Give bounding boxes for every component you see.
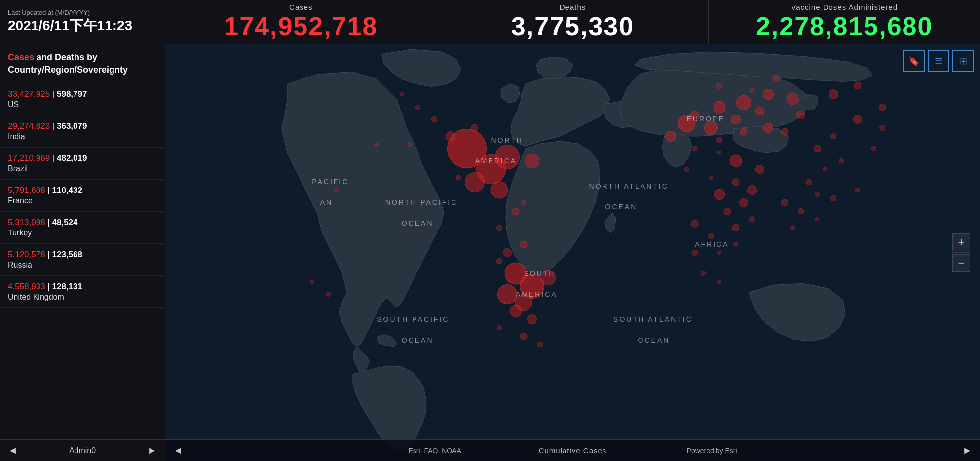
- last-updated-value: 2021/6/11下午11:23: [8, 16, 157, 35]
- item-cases: 4,558,933: [8, 282, 45, 291]
- map-powered-by: Powered by Esri: [687, 447, 737, 455]
- item-country: India: [8, 132, 157, 141]
- item-deaths: 48,524: [52, 218, 78, 227]
- vaccines-stat: Vaccine Doses Administered 2,278,815,680: [709, 0, 980, 44]
- vaccines-label: Vaccine Doses Administered: [791, 3, 898, 11]
- item-separator: |: [47, 218, 52, 227]
- header-bar: Last Updated at (M/D/YYYY) 2021/6/11下午11…: [0, 0, 980, 44]
- zoom-out-button[interactable]: −: [952, 254, 970, 272]
- sidebar-list[interactable]: 33,427,925 | 598,797 US 29,274,823 | 363…: [0, 83, 165, 439]
- item-country: France: [8, 196, 157, 205]
- sidebar-title: Cases and Deaths by Country/Region/Sover…: [0, 44, 165, 83]
- sidebar-item[interactable]: 5,120,578 | 123,568 Russia: [0, 244, 165, 276]
- sidebar-next-arrow[interactable]: ►: [147, 445, 157, 456]
- map-footer: ◄ Esri, FAO, NOAA Cumulative Cases Power…: [165, 439, 980, 461]
- sidebar-item[interactable]: 33,427,925 | 598,797 US: [0, 83, 165, 115]
- item-deaths: 598,797: [57, 89, 87, 99]
- item-country: United Kingdom: [8, 293, 157, 302]
- map-next-arrow[interactable]: ►: [962, 445, 972, 456]
- world-map-svg: [165, 44, 980, 461]
- item-country: Turkey: [8, 229, 157, 237]
- bookmark-button[interactable]: 🔖: [903, 50, 925, 72]
- deaths-value: 3,775,330: [511, 11, 634, 41]
- list-view-button[interactable]: ☰: [928, 50, 949, 72]
- sidebar-item[interactable]: 5,791,608 | 110,432 France: [0, 180, 165, 212]
- zoom-controls: + −: [952, 233, 970, 272]
- sidebar-item[interactable]: 5,313,098 | 48,524 Turkey: [0, 212, 165, 244]
- item-country: Brazil: [8, 164, 157, 173]
- item-cases: 29,274,823: [8, 121, 50, 131]
- item-cases: 33,427,925: [8, 89, 50, 99]
- item-separator: |: [52, 89, 57, 99]
- item-cases: 5,313,098: [8, 218, 45, 227]
- item-deaths: 128,131: [52, 282, 82, 291]
- item-deaths: 123,568: [52, 250, 82, 259]
- last-updated-label: Last Updated at (M/D/YYYY): [8, 9, 157, 16]
- map-controls: 🔖 ☰ ⊞: [903, 50, 974, 72]
- sidebar-title-cases: Cases: [8, 52, 34, 62]
- sidebar-footer-label: Admin0: [69, 446, 96, 455]
- map-prev-arrow[interactable]: ◄: [173, 445, 183, 456]
- item-deaths: 363,079: [57, 121, 87, 131]
- sidebar: Cases and Deaths by Country/Region/Sover…: [0, 44, 165, 461]
- cases-value: 174,952,718: [224, 11, 377, 41]
- item-cases: 5,791,608: [8, 186, 45, 195]
- grid-view-button[interactable]: ⊞: [952, 50, 974, 72]
- sidebar-footer: ◄ Admin0 ►: [0, 439, 165, 461]
- vaccines-value: 2,278,815,680: [756, 11, 933, 41]
- item-deaths: 110,432: [52, 186, 82, 195]
- item-separator: |: [47, 186, 52, 195]
- item-separator: |: [47, 250, 52, 259]
- deaths-stat: Deaths 3,775,330: [437, 0, 709, 44]
- sidebar-item[interactable]: 4,558,933 | 128,131 United Kingdom: [0, 276, 165, 308]
- sidebar-prev-arrow[interactable]: ◄: [8, 445, 18, 456]
- item-separator: |: [52, 121, 57, 131]
- map-attribution: Esri, FAO, NOAA: [409, 447, 461, 455]
- cases-label: Cases: [289, 3, 313, 11]
- item-country: Russia: [8, 261, 157, 269]
- map-container[interactable]: NORTHAMERICASOUTHAMERICAEUROPEAFRICANort…: [165, 44, 980, 461]
- sidebar-item[interactable]: 29,274,823 | 363,079 India: [0, 115, 165, 148]
- sidebar-item[interactable]: 17,210,969 | 482,019 Brazil: [0, 148, 165, 180]
- zoom-in-button[interactable]: +: [952, 233, 970, 251]
- item-country: US: [8, 100, 157, 109]
- map-bottom-label: Cumulative Cases: [539, 446, 607, 455]
- item-separator: |: [52, 154, 57, 163]
- deaths-label: Deaths: [560, 3, 586, 11]
- item-separator: |: [47, 282, 52, 291]
- item-deaths: 482,019: [57, 154, 87, 163]
- item-cases: 17,210,969: [8, 154, 50, 163]
- cases-stat: Cases 174,952,718: [165, 0, 437, 44]
- header-left: Last Updated at (M/D/YYYY) 2021/6/11下午11…: [0, 0, 165, 44]
- item-cases: 5,120,578: [8, 250, 45, 259]
- main-content: Cases and Deaths by Country/Region/Sover…: [0, 44, 980, 461]
